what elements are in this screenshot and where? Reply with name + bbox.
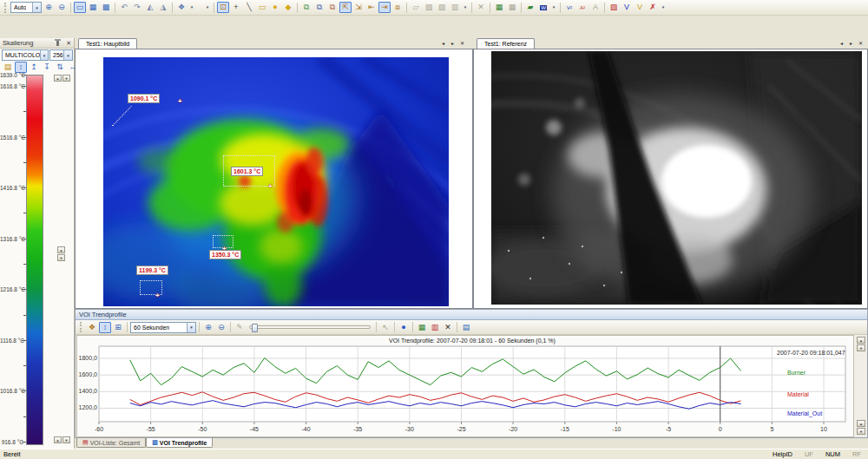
dropdown-arrow-icon[interactable]: ▾ <box>204 2 211 13</box>
roi-tool-10-icon[interactable]: ▨ <box>423 2 435 13</box>
voi-stats-icon[interactable]: A² <box>576 2 589 13</box>
dropdown-arrow-icon[interactable]: ▾ <box>188 2 195 13</box>
roi-prev-icon[interactable]: ⇤ <box>365 2 378 13</box>
chart-scroll-down2-icon[interactable]: ▼ <box>857 428 865 435</box>
chart-pointer-icon[interactable]: ↖ <box>379 322 391 333</box>
voi-show-icon[interactable]: V <box>621 2 633 13</box>
zoom-out-icon[interactable]: ⊖ <box>56 2 68 13</box>
dropdown-arrow-icon[interactable]: ▾ <box>660 2 667 13</box>
chart-scroll-down-icon[interactable]: ▼ <box>857 344 865 351</box>
chevron-down-icon[interactable]: ▾ <box>187 323 195 332</box>
roi-copy-icon[interactable]: ⧉ <box>300 2 312 13</box>
temperature-label[interactable]: 1199.3 °C <box>136 266 168 275</box>
chevron-down-icon[interactable]: ▾ <box>63 50 72 60</box>
zoom-in-icon[interactable]: ⊕ <box>43 2 55 13</box>
roi-tool-9-icon[interactable]: ▱ <box>410 2 422 13</box>
toolbar-grip[interactable] <box>80 322 82 332</box>
scale-max-up-spin[interactable]: ▲ <box>54 75 62 82</box>
chart-config-icon[interactable]: ⊞ <box>112 322 124 333</box>
scale-down-icon[interactable]: ↧ <box>41 62 53 73</box>
color-scale-bar[interactable] <box>26 75 43 445</box>
voi-edit-icon[interactable]: A <box>589 2 602 13</box>
chart-export-icon[interactable]: ▥ <box>429 322 441 333</box>
document-tab-voi-trendprofile[interactable]: ▧VOI Trendprofile <box>146 438 213 448</box>
tab-scroll-left-icon[interactable]: ◂ <box>838 39 845 47</box>
palette-combo[interactable]: MULTICOLOR▾ <box>2 49 49 61</box>
reference-image[interactable] <box>491 51 862 305</box>
roi-select-icon[interactable]: ⊡ <box>217 2 229 13</box>
roi-tool-11-icon[interactable]: ▧ <box>436 2 448 13</box>
tab-scroll-right-icon[interactable]: ▸ <box>449 39 457 47</box>
scale-mode-combo[interactable]: Auto▾ <box>10 2 42 13</box>
chevron-down-icon[interactable]: ▾ <box>40 50 48 60</box>
rotate-right-icon[interactable]: ↷ <box>131 2 143 13</box>
steps-combo[interactable]: 256▾ <box>49 49 73 61</box>
pin-icon[interactable] <box>56 41 59 46</box>
temperature-label[interactable]: 1090.1 °C <box>128 94 160 103</box>
voi-add-icon[interactable]: V² <box>563 2 575 13</box>
scale-min-down-spin[interactable]: ▼ <box>62 436 70 443</box>
dropdown-arrow-icon[interactable]: ▾ <box>550 2 557 13</box>
document-tab-voi-liste-gesamt[interactable]: ▤VOI-Liste: Gesamt <box>76 438 146 448</box>
show-table-off-icon[interactable]: ▦ <box>506 2 518 13</box>
roi-paste-icon[interactable]: ⧉ <box>313 2 326 13</box>
scale-min-up-spin[interactable]: ▲ <box>54 436 62 443</box>
dropdown-arrow-icon[interactable]: ▾ <box>462 2 469 13</box>
roi-delete-icon[interactable]: ✕ <box>475 2 487 13</box>
table-view-icon[interactable]: ▦ <box>416 322 428 333</box>
chart-fit-icon[interactable]: ↕ <box>99 322 111 333</box>
tab-scroll-right-icon[interactable]: ▸ <box>847 39 855 47</box>
print-chart-icon[interactable]: ▤ <box>460 322 472 333</box>
roi-line-icon[interactable]: ╲ <box>243 2 255 13</box>
chevron-down-icon[interactable]: ▾ <box>32 3 41 12</box>
roi-point-icon[interactable]: + <box>230 2 242 13</box>
close-pane-icon[interactable]: ✕ <box>857 39 865 47</box>
roi-grow-icon[interactable]: ⇱ <box>339 2 352 13</box>
roi-ellipse-icon[interactable]: ● <box>269 2 281 13</box>
chart-scroll-up2-icon[interactable]: ▲ <box>857 420 865 427</box>
tab-referenz[interactable]: Test1: Referenz <box>477 38 535 49</box>
voi-color-icon[interactable]: ▨ <box>608 2 620 13</box>
show-cursor-icon[interactable]: ● <box>398 322 410 333</box>
roi-tool-12-icon[interactable]: ▥ <box>449 2 461 13</box>
chart-scrollbar[interactable]: ▲ ▼ ▲ ▼ <box>855 335 866 437</box>
image-list-icon[interactable]: ▰ <box>524 2 536 13</box>
zoom-window-icon[interactable]: ▦ <box>87 2 99 13</box>
slider-thumb[interactable] <box>252 324 258 332</box>
chart-zoom-out-icon[interactable]: ⊖ <box>215 322 227 333</box>
trend-chart-area[interactable]: -60-55-50-45-40-35-30-25-20-15-10-505101… <box>76 335 854 437</box>
interval-combo[interactable]: 60 Sekunden▾ <box>130 322 196 333</box>
chart-close-icon[interactable]: ✕ <box>442 322 454 333</box>
roi-lock-icon[interactable]: ⧈ <box>391 2 404 13</box>
roi-next-icon[interactable]: ⇥ <box>378 2 391 13</box>
close-icon[interactable]: ✕ <box>66 40 71 47</box>
chart-zoom-in-icon[interactable]: ⊕ <box>202 322 214 333</box>
tab-scroll-left-icon[interactable]: ◂ <box>439 39 447 47</box>
roi-polygon-icon[interactable]: ◆ <box>282 2 294 13</box>
roi-shrink-icon[interactable]: ⇲ <box>352 2 365 13</box>
roi-rect-icon[interactable]: ▭ <box>256 2 268 13</box>
zoom-fit-icon[interactable]: ▭ <box>74 2 86 13</box>
show-table-icon[interactable]: ▦ <box>493 2 505 13</box>
chart-scroll-slider[interactable] <box>249 322 371 333</box>
flip-h-icon[interactable]: ◭ <box>144 2 156 13</box>
flip-v-icon[interactable]: ◮ <box>157 2 169 13</box>
rotate-left-icon[interactable]: ↶ <box>118 2 130 13</box>
voi-select-icon[interactable]: ❖ <box>86 322 98 333</box>
scale-scroll-up-spin[interactable]: ▲ <box>57 246 65 253</box>
zoom-100-icon[interactable]: ▩ <box>100 2 112 13</box>
close-pane-icon[interactable]: ✕ <box>458 39 466 47</box>
temperature-label[interactable]: 1601.3 °C <box>231 167 263 176</box>
scale-max-down-spin[interactable]: ▼ <box>62 75 70 82</box>
matrix-view-icon[interactable]: W <box>537 2 549 13</box>
toolbar-grip[interactable] <box>4 3 7 13</box>
scale-scroll-down-spin[interactable]: ▼ <box>57 254 65 261</box>
scale-up-icon[interactable]: ↥ <box>28 62 40 73</box>
chart-scroll-up-icon[interactable]: ▲ <box>857 337 865 344</box>
pan-tool-icon[interactable]: ❖ <box>175 2 187 13</box>
voi-list-small-icon[interactable]: V <box>634 2 646 13</box>
voi-delete-icon[interactable]: ✗ <box>647 2 659 13</box>
roi-cut-icon[interactable]: ⧉ <box>326 2 339 13</box>
chart-edit-icon[interactable]: ✎ <box>233 322 246 333</box>
scale-expand-icon[interactable]: ⇅ <box>54 62 66 73</box>
